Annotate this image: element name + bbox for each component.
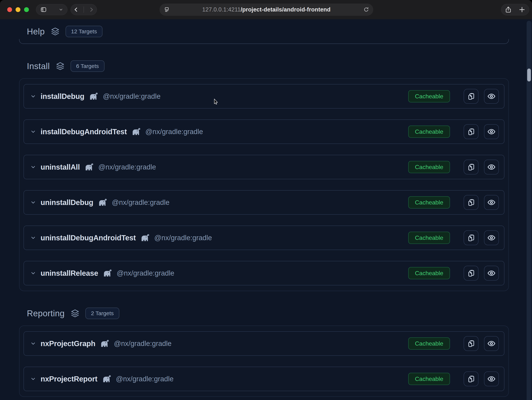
target-row[interactable]: nxProjectGraph @nx/gradle:gradle Cacheab…: [24, 331, 504, 356]
target-group-section: Install 6 Targets installDebug: [0, 60, 532, 291]
target-row[interactable]: installDebugAndroidTest @nx/gradle:gradl…: [24, 119, 504, 144]
target-row[interactable]: uninstallRelease @nx/gradle:gradle Cache…: [24, 261, 504, 285]
browser-window: 127.0.0.1:4211/project-details/android-f…: [0, 0, 532, 400]
chevron-down-icon[interactable]: [30, 376, 36, 382]
chevron-down-icon[interactable]: [30, 93, 36, 99]
cacheable-badge: Cacheable: [408, 90, 450, 102]
copy-button[interactable]: [464, 266, 478, 281]
eye-button[interactable]: [484, 371, 499, 386]
cacheable-badge: Cacheable: [408, 267, 450, 279]
copy-button[interactable]: [464, 124, 478, 139]
project-details-page: Help 12 Targets Install 6: [0, 25, 532, 400]
target-name: installDebug: [41, 92, 84, 100]
gradle-elephant-icon: [85, 163, 94, 171]
page-preview-icon[interactable]: [164, 7, 170, 13]
chevron-down-icon[interactable]: [30, 200, 36, 205]
target-runner: @nx/gradle:gradle: [112, 199, 170, 206]
url-path: /project-details/android-frontend: [241, 6, 330, 13]
section-header: Help 12 Targets: [0, 25, 532, 38]
sidebar-toggle-button[interactable]: [36, 4, 67, 15]
zoom-icon[interactable]: [24, 7, 29, 12]
url-host: 127.0.0.1:4211: [202, 6, 241, 13]
eye-button[interactable]: [484, 195, 499, 210]
target-row[interactable]: uninstallDebug @nx/gradle:gradle Cacheab…: [24, 190, 504, 215]
gradle-elephant-icon: [98, 198, 107, 206]
target-row[interactable]: uninstallAll @nx/gradle:gradle Cacheable: [24, 155, 504, 179]
copy-button[interactable]: [464, 195, 478, 210]
section-title: Install: [27, 61, 50, 71]
target-runner: @nx/gradle:gradle: [146, 128, 203, 136]
target-row[interactable]: installDebug @nx/gradle:gradle Cacheable: [24, 84, 504, 108]
url-text: 127.0.0.1:4211/project-details/android-f…: [202, 6, 331, 13]
section-badge: 12 Targets: [66, 26, 103, 37]
nav-separator: [83, 6, 84, 13]
cacheable-badge: Cacheable: [408, 338, 450, 350]
target-runner: @nx/gradle:gradle: [98, 163, 156, 171]
chevron-down-icon[interactable]: [30, 235, 36, 241]
layers-icon: [70, 309, 79, 318]
target-runner: @nx/gradle:gradle: [116, 375, 174, 383]
gradle-elephant-icon: [103, 269, 112, 277]
copy-button[interactable]: [464, 371, 478, 386]
section-title: Reporting: [27, 308, 65, 318]
target-name: nxProjectReport: [41, 375, 97, 383]
chevron-down-icon[interactable]: [30, 164, 36, 170]
section-badge: 6 Targets: [70, 60, 104, 72]
eye-button[interactable]: [484, 266, 499, 281]
new-tab-button[interactable]: [518, 6, 526, 13]
target-row[interactable]: nxProjectReport @nx/gradle:gradle Cachea…: [24, 367, 504, 391]
eye-button[interactable]: [484, 160, 499, 175]
cacheable-badge: Cacheable: [408, 232, 450, 244]
back-button[interactable]: [73, 6, 79, 13]
sections: Help 12 Targets Install 6: [0, 25, 532, 397]
gradle-elephant-icon: [100, 339, 109, 348]
share-button[interactable]: [505, 6, 512, 13]
copy-button[interactable]: [464, 336, 478, 351]
gradle-elephant-icon: [89, 92, 98, 100]
eye-button[interactable]: [484, 230, 499, 245]
target-name: installDebugAndroidTest: [41, 128, 127, 136]
forward-button[interactable]: [88, 6, 95, 13]
target-name: nxProjectGraph: [41, 339, 95, 348]
gradle-elephant-icon: [102, 375, 111, 383]
gradle-elephant-icon: [132, 128, 141, 136]
section-header: Reporting 2 Targets: [0, 307, 532, 319]
target-name: uninstallRelease: [41, 269, 98, 277]
eye-button[interactable]: [484, 336, 499, 351]
layers-icon: [56, 62, 65, 71]
target-group-section: Reporting 2 Targets nxProjectGraph: [0, 307, 532, 397]
reload-icon[interactable]: [363, 7, 369, 13]
target-name: uninstallDebug: [41, 198, 93, 207]
target-runner: @nx/gradle:gradle: [114, 340, 171, 348]
section-header: Install 6 Targets: [0, 60, 532, 72]
chevron-down-icon[interactable]: [30, 270, 36, 276]
target-row[interactable]: uninstallDebugAndroidTest @nx/gradle:gra…: [24, 225, 504, 250]
target-runner: @nx/gradle:gradle: [117, 269, 174, 277]
chevron-down-icon[interactable]: [30, 341, 36, 346]
close-icon[interactable]: [7, 7, 12, 12]
gradle-elephant-icon: [141, 234, 150, 242]
eye-button[interactable]: [484, 89, 499, 104]
minimize-icon[interactable]: [16, 7, 20, 12]
targets-card: nxProjectGraph @nx/gradle:gradle Cacheab…: [19, 325, 509, 397]
target-runner: @nx/gradle:gradle: [154, 234, 212, 242]
nav-button-group: [70, 4, 97, 15]
scrollbar-track: [527, 21, 532, 400]
copy-button[interactable]: [464, 230, 478, 245]
layers-icon: [51, 27, 60, 36]
section-badge: 2 Targets: [85, 308, 119, 319]
chevron-down-icon[interactable]: [30, 129, 36, 135]
targets-card: installDebug @nx/gradle:gradle Cacheable: [19, 78, 509, 291]
eye-button[interactable]: [484, 124, 499, 139]
target-name: uninstallAll: [41, 163, 80, 171]
target-runner: @nx/gradle:gradle: [103, 92, 160, 100]
section-divider: [19, 39, 509, 44]
cacheable-badge: Cacheable: [408, 196, 450, 208]
copy-button[interactable]: [464, 89, 478, 104]
address-bar[interactable]: 127.0.0.1:4211/project-details/android-f…: [159, 4, 373, 16]
target-group-section: Help 12 Targets: [0, 25, 532, 44]
copy-button[interactable]: [464, 160, 478, 175]
scrollbar-thumb[interactable]: [527, 69, 531, 81]
target-name: uninstallDebugAndroidTest: [41, 234, 136, 242]
sidebar-toggle-icon: [40, 6, 47, 13]
